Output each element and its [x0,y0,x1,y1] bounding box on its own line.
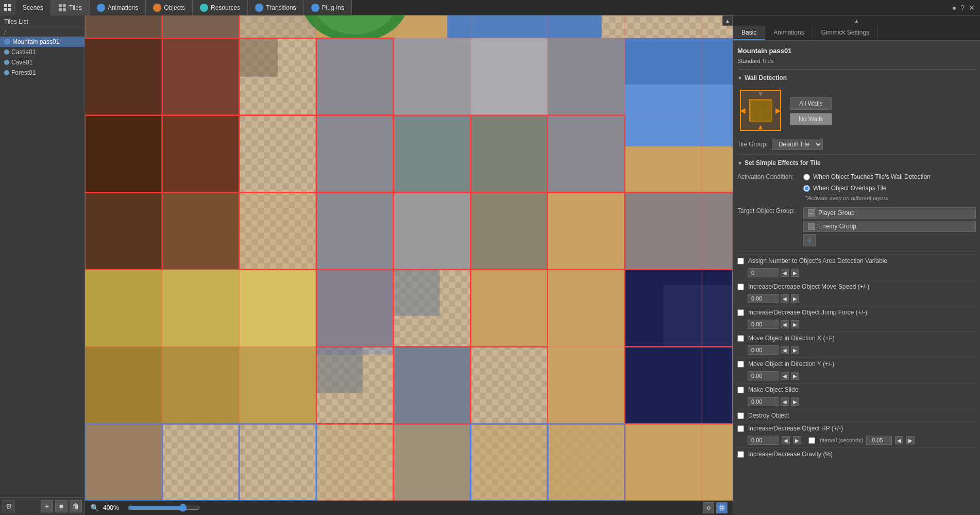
effect-jump-force-decrement[interactable]: ◀ [781,320,789,328]
effect-direction-y-input[interactable] [748,371,779,380]
effect-assign-number-increment[interactable]: ▶ [791,269,799,277]
delete-tileset-button[interactable]: 🗑 [70,500,82,512]
increment-icon-6: ▶ [793,399,797,405]
effect-assign-number-input[interactable] [748,268,779,277]
svg-rect-12 [239,15,316,38]
svg-rect-2 [4,8,7,11]
sidebar-item-forest[interactable]: Forest01 [0,68,85,78]
player-group-item[interactable]: — Player Group [803,207,976,219]
right-tab-animations[interactable]: Animations [765,26,813,40]
wall-arrow-up[interactable]: ▼ [757,90,764,98]
effect-hp-input[interactable] [748,436,779,445]
activation-radio-overlaps[interactable] [803,185,810,192]
effect-hp-interval-input[interactable] [866,436,892,445]
effect-hp-interval-decrement[interactable]: ◀ [895,436,903,444]
effect-assign-number-checkbox[interactable] [737,258,744,264]
effect-slide-increment[interactable]: ▶ [791,397,799,406]
effect-direction-y-decrement[interactable]: ◀ [781,372,789,380]
wall-arrow-down[interactable]: ▲ [757,123,764,131]
tab-plugins[interactable]: Plug-ins [304,0,352,15]
effect-hp-increment[interactable]: ▶ [793,436,801,444]
svg-rect-23 [316,38,394,115]
sidebar-item-cave[interactable]: Cave01 [0,57,85,68]
settings-button[interactable]: ⚙ [3,500,15,512]
decrement-icon-2: ◀ [783,296,787,302]
effect-destroy-checkbox[interactable] [737,412,744,419]
tile-group-label: Tile Group: [737,141,768,148]
canvas-settings-button[interactable]: ⚙ [703,502,714,513]
svg-rect-41 [470,192,548,270]
help-icon[interactable]: ? [960,4,965,12]
enemy-group-label: Enemy Group [818,223,856,230]
close-icon[interactable]: ✕ [969,4,975,12]
effect-slide-decrement[interactable]: ◀ [781,397,789,406]
effect-direction-x-decrement[interactable]: ◀ [781,346,789,354]
all-walls-button[interactable]: All Walls [790,97,832,110]
target-group-section: Target Object Group: — Player Group — En… [737,204,976,250]
activation-radio-touches[interactable] [803,174,810,180]
effect-direction-x-input[interactable] [748,345,779,355]
effect-hp-interval-increment[interactable]: ▶ [906,436,915,444]
canvas-scroll-up-button[interactable]: ▲ [722,15,733,26]
svg-rect-7 [63,8,66,11]
decrement-icon-3: ◀ [783,322,787,327]
grid-icon [719,505,725,511]
objects-icon [153,4,161,12]
effect-move-speed-increment[interactable]: ▶ [791,294,799,303]
effect-gravity: Increase/Decrease Gravity (%) [737,447,976,460]
effect-jump-force-increment[interactable]: ▶ [791,320,799,328]
effect-jump-force-checkbox[interactable] [737,309,744,316]
svg-rect-0 [4,4,7,7]
circle-icon[interactable]: ● [952,4,956,12]
effect-jump-force-input[interactable] [748,320,779,329]
effect-slide-input[interactable] [748,397,779,406]
duplicate-tileset-button[interactable]: ■ [55,500,67,512]
tile-canvas[interactable] [85,15,733,501]
tab-objects[interactable]: Objects [146,0,193,15]
top-bar: Scenes Tiles Animations Objects Resource… [0,0,980,15]
tab-resources[interactable]: Resources [193,0,248,15]
effect-move-speed-value-row: ◀ ▶ [737,293,976,306]
effect-hp-decrement[interactable]: ◀ [782,436,790,444]
tab-scenes[interactable]: Scenes [15,0,51,15]
right-tab-basic[interactable]: Basic [733,26,765,40]
sidebar-item-castle[interactable]: Castle01 [0,47,85,57]
panel-subtitle: Standard Tiles [737,57,976,67]
svg-rect-49 [394,270,440,316]
right-panel-scroll-up[interactable]: ▲ [733,15,980,26]
svg-rect-5 [63,4,66,7]
separator-1 [737,69,976,70]
effect-direction-x-increment[interactable]: ▶ [791,346,799,354]
tab-transitions[interactable]: Transitions [248,0,303,15]
wall-tile-center [749,99,772,122]
tile-group-select[interactable]: Default Tile [772,139,823,150]
simple-effects-section-header[interactable]: ▼ Set Simple Effects for Tile [737,157,976,169]
sidebar-item-mountain[interactable]: Mountain pass01 [0,37,85,47]
effect-move-speed-checkbox[interactable] [737,284,744,290]
effect-gravity-checkbox[interactable] [737,451,744,458]
effect-assign-number-decrement[interactable]: ◀ [781,269,789,277]
effect-move-speed-input[interactable] [748,294,779,303]
effect-slide-checkbox[interactable] [737,387,744,393]
effect-direction-y-increment[interactable]: ▶ [791,372,799,380]
no-walls-button[interactable]: No Walls [790,113,832,125]
increment-icon: ▶ [793,270,797,276]
wall-arrow-left[interactable]: ◀ [740,106,746,114]
wall-detection-section-header[interactable]: ▼ Wall Detection [737,72,976,84]
wall-arrow-right[interactable]: ▶ [775,106,781,114]
enemy-group-item[interactable]: — Enemy Group [803,221,976,232]
effect-direction-x-checkbox[interactable] [737,335,744,342]
right-tab-gimmick[interactable]: Gimmick Settings [813,26,878,40]
canvas-grid-button[interactable] [716,502,728,513]
add-group-button[interactable]: + [803,234,816,246]
zoom-slider[interactable] [128,504,200,512]
tab-animations[interactable]: Animations [90,0,146,15]
effect-direction-y-checkbox[interactable] [737,361,744,368]
effect-hp-interval-checkbox[interactable] [808,437,815,444]
svg-rect-31 [239,115,316,193]
effect-move-speed-decrement[interactable]: ◀ [781,294,789,303]
tab-tiles[interactable]: Tiles [51,0,90,15]
simple-effects-arrow: ▼ [737,160,742,166]
add-tileset-button[interactable]: + [41,500,53,512]
effect-hp-checkbox[interactable] [737,425,744,432]
